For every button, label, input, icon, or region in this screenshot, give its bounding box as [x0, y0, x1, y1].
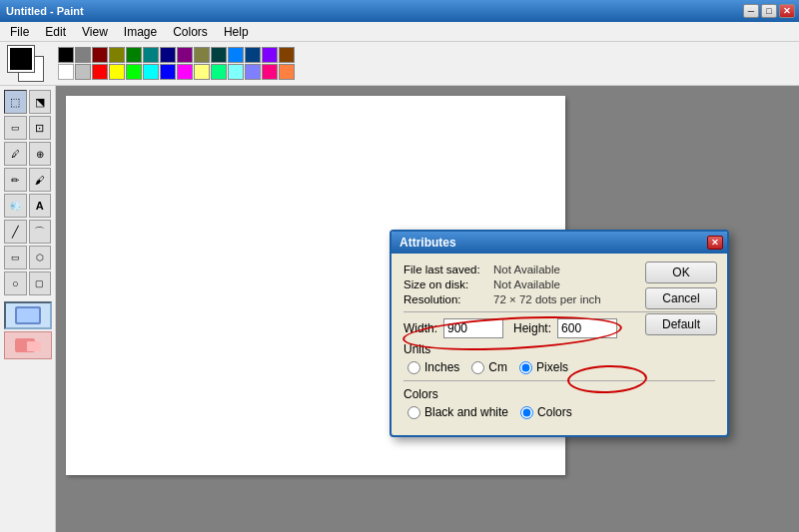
tool-row: ▭ ⊡	[4, 116, 51, 140]
active-colors	[8, 46, 44, 82]
colors-label-text: Colors	[537, 405, 572, 419]
close-button[interactable]: ✕	[779, 4, 795, 18]
inches-radio[interactable]	[407, 361, 420, 374]
bw-radio-label[interactable]: Black and white	[407, 405, 508, 419]
color-cell[interactable]	[262, 64, 278, 80]
colors-radio-label[interactable]: Colors	[520, 405, 572, 419]
color-cell[interactable]	[160, 47, 176, 63]
foreground-color-swatch[interactable]	[8, 46, 34, 72]
maximize-button[interactable]: □	[761, 4, 777, 18]
color-cell[interactable]	[126, 47, 142, 63]
rect-tool[interactable]: ▭	[4, 246, 27, 269]
cm-radio-label[interactable]: Cm	[471, 360, 507, 374]
eraser-tool[interactable]: ▭	[4, 116, 27, 140]
palette-row-2	[58, 64, 295, 80]
toolbox: ⬚ ⬔ ▭ ⊡ 🖊 ⊕ ✏ 🖌 💨 A ╱ ⌒ ▭ ⬡ ○ ▢	[0, 86, 56, 532]
separator-2	[403, 380, 715, 381]
pixels-label-text: Pixels	[536, 360, 568, 374]
inches-label-text: Inches	[424, 360, 459, 374]
color-cell[interactable]	[228, 64, 244, 80]
color-cell[interactable]	[228, 47, 244, 63]
brush-tool[interactable]: 🖌	[29, 168, 52, 192]
color-cell[interactable]	[279, 47, 295, 63]
color-cell[interactable]	[245, 47, 261, 63]
minimize-button[interactable]: ─	[743, 4, 759, 18]
color-cell[interactable]	[58, 47, 74, 63]
color-cell[interactable]	[75, 47, 91, 63]
color-cell[interactable]	[143, 47, 159, 63]
polygon-tool[interactable]: ⬡	[29, 246, 52, 269]
cm-label-text: Cm	[488, 360, 507, 374]
color-cell[interactable]	[177, 64, 193, 80]
menu-help[interactable]: Help	[218, 23, 255, 41]
title-bar-buttons: ─ □ ✕	[743, 4, 795, 18]
palette-bar	[0, 42, 799, 86]
menu-image[interactable]: Image	[118, 23, 163, 41]
ellipse-tool[interactable]: ○	[4, 271, 27, 295]
color-cell[interactable]	[279, 64, 295, 80]
color-cell[interactable]	[92, 47, 108, 63]
color-cell[interactable]	[58, 64, 74, 80]
color-cell[interactable]	[194, 64, 210, 80]
title-bar: Untitled - Paint ─ □ ✕	[0, 0, 799, 22]
size-value: Not Available	[493, 278, 560, 290]
pixels-radio-label[interactable]: Pixels	[519, 360, 568, 374]
color-cell[interactable]	[194, 47, 210, 63]
color-cell[interactable]	[143, 64, 159, 80]
width-input[interactable]	[443, 318, 503, 338]
menu-bar: File Edit View Image Colors Help	[0, 22, 799, 42]
color-cell[interactable]	[92, 64, 108, 80]
color-cell[interactable]	[126, 64, 142, 80]
select-rect-tool[interactable]: ⬚	[4, 90, 27, 114]
tool-row: ○ ▢	[4, 271, 51, 295]
svg-rect-1	[17, 308, 39, 322]
dialog-close-button[interactable]: ✕	[707, 236, 723, 250]
cm-radio[interactable]	[471, 361, 484, 374]
color-cell[interactable]	[177, 47, 193, 63]
fill-tool[interactable]: ⊡	[29, 116, 52, 140]
color-cell[interactable]	[211, 47, 227, 63]
menu-view[interactable]: View	[76, 23, 114, 41]
extra-btn-1[interactable]	[4, 301, 52, 329]
menu-colors[interactable]: Colors	[167, 23, 214, 41]
color-cell[interactable]	[109, 64, 125, 80]
dialog-title-text: Attributes	[400, 236, 456, 250]
dialog-title-bar: Attributes ✕	[392, 232, 727, 254]
text-tool[interactable]: A	[29, 194, 52, 218]
width-label: Width:	[403, 321, 437, 335]
airbrush-tool[interactable]: 💨	[4, 194, 27, 218]
default-button[interactable]: Default	[645, 313, 717, 335]
line-tool[interactable]: ╱	[4, 220, 27, 244]
color-cell[interactable]	[109, 47, 125, 63]
colors-radio[interactable]	[520, 406, 533, 419]
attributes-dialog: Attributes ✕ OK Cancel Default File last…	[390, 230, 729, 437]
extra-btn-2[interactable]	[4, 331, 52, 359]
height-input[interactable]	[557, 318, 617, 338]
units-radio-group: Inches Cm Pixels	[403, 360, 715, 374]
inches-radio-label[interactable]: Inches	[407, 360, 459, 374]
round-rect-tool[interactable]: ▢	[29, 271, 52, 295]
svg-rect-3	[27, 341, 41, 351]
curve-tool[interactable]: ⌒	[29, 220, 52, 244]
bw-radio[interactable]	[407, 406, 420, 419]
menu-file[interactable]: File	[4, 23, 35, 41]
color-cell[interactable]	[245, 64, 261, 80]
color-cell[interactable]	[211, 64, 227, 80]
pixels-radio[interactable]	[519, 361, 532, 374]
tool-row: ╱ ⌒	[4, 220, 51, 244]
color-cell[interactable]	[160, 64, 176, 80]
zoom-tool[interactable]: ⊕	[29, 142, 52, 166]
pencil-tool[interactable]: ✏	[4, 168, 27, 192]
cancel-button[interactable]: Cancel	[645, 287, 717, 309]
eyedrop-tool[interactable]: 🖊	[4, 142, 27, 166]
menu-edit[interactable]: Edit	[39, 23, 72, 41]
dialog-buttons: OK Cancel Default	[645, 262, 717, 335]
color-cell[interactable]	[75, 64, 91, 80]
select-free-tool[interactable]: ⬔	[29, 90, 52, 114]
color-cell[interactable]	[262, 47, 278, 63]
tool-row: 🖊 ⊕	[4, 142, 51, 166]
file-saved-value: Not Available	[493, 264, 560, 275]
ok-button[interactable]: OK	[645, 262, 717, 283]
toolbox-extras	[4, 301, 51, 359]
title-text: Untitled - Paint	[6, 5, 84, 17]
